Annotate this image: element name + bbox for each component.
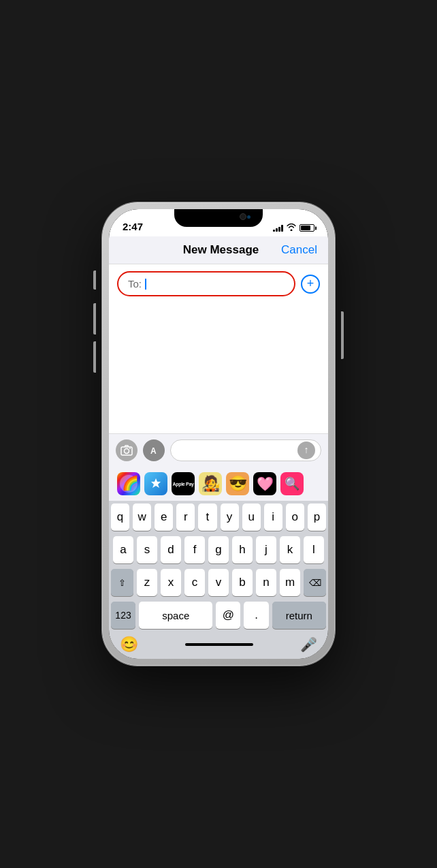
key-z[interactable]: z — [137, 569, 157, 596]
status-time: 2:47 — [123, 221, 143, 232]
phone-screen: 2:47 — [109, 209, 328, 659]
send-button[interactable]: ↑ — [297, 441, 315, 459]
return-key[interactable]: return — [272, 602, 326, 629]
message-content-area — [109, 303, 328, 433]
keyboard-row-2: a s d f g h j k l — [109, 533, 328, 566]
memoji1-icon[interactable]: 🧑‍🎤 — [199, 472, 222, 495]
svg-text:🌈: 🌈 — [122, 475, 138, 491]
to-input-wrapper[interactable]: To: — [117, 271, 295, 296]
key-i[interactable]: i — [264, 503, 282, 531]
app-drawer: 🌈 Apple Pay 🧑‍🎤 😎 🩷 🔍 — [109, 467, 328, 501]
key-a[interactable]: a — [113, 536, 133, 563]
face-id-sensor — [247, 215, 250, 219]
keyboard-bottom-row: 😊 🎤 — [109, 632, 328, 659]
svg-point-1 — [125, 449, 129, 454]
emoji-button[interactable]: 😊 — [120, 636, 138, 653]
signal-bar-2 — [276, 228, 278, 232]
key-w[interactable]: w — [133, 503, 151, 531]
numbers-key[interactable]: 123 — [111, 602, 135, 629]
svg-point-2 — [129, 448, 131, 449]
keyboard-row-1: q w e r t y u i o p — [109, 501, 328, 533]
key-n[interactable]: n — [256, 569, 276, 596]
screen-content: 2:47 — [109, 209, 328, 659]
header-title: New Message — [161, 243, 281, 257]
search-app-icon[interactable]: 🔍 — [280, 472, 304, 495]
message-input[interactable]: ↑ — [170, 439, 321, 461]
key-g[interactable]: g — [208, 536, 229, 563]
volume-down-button[interactable] — [93, 341, 96, 373]
add-recipient-button[interactable]: + — [301, 275, 320, 294]
key-m[interactable]: m — [280, 569, 300, 596]
appstore-drawer-icon[interactable] — [144, 472, 167, 495]
keyboard-row-3: ⇧ z x c v b n m ⌫ — [109, 566, 328, 599]
power-button[interactable] — [341, 311, 344, 359]
to-label: To: — [128, 278, 142, 290]
key-c[interactable]: c — [184, 569, 205, 596]
signal-icon — [273, 224, 283, 232]
key-t[interactable]: t — [198, 503, 216, 531]
phone-frame: 2:47 — [102, 202, 335, 666]
text-cursor — [145, 279, 146, 290]
key-u[interactable]: u — [242, 503, 261, 531]
signal-bar-4 — [281, 225, 283, 232]
key-k[interactable]: k — [280, 536, 300, 563]
message-header: New Message Cancel — [109, 236, 328, 264]
space-key[interactable]: space — [139, 602, 212, 629]
key-r[interactable]: r — [176, 503, 195, 531]
shift-key[interactable]: ⇧ — [111, 569, 133, 596]
key-p[interactable]: p — [308, 503, 326, 531]
imessage-toolbar: A ↑ — [109, 433, 328, 467]
app-store-toolbar-button[interactable]: A — [143, 439, 165, 461]
key-x[interactable]: x — [161, 569, 181, 596]
key-f[interactable]: f — [184, 536, 205, 563]
signal-bar-3 — [278, 227, 280, 232]
mute-button[interactable] — [93, 270, 96, 290]
camera-button[interactable] — [116, 439, 137, 461]
applepay-icon[interactable]: Apple Pay — [172, 472, 195, 495]
heart-app-icon[interactable]: 🩷 — [253, 472, 276, 495]
key-q[interactable]: q — [111, 503, 129, 531]
notch — [174, 209, 263, 227]
signal-bar-1 — [273, 230, 275, 232]
svg-text:A: A — [150, 446, 157, 456]
key-e[interactable]: e — [155, 503, 173, 531]
key-s[interactable]: s — [137, 536, 157, 563]
memoji2-icon[interactable]: 😎 — [226, 472, 249, 495]
battery-fill — [301, 226, 310, 230]
battery-icon — [300, 224, 314, 232]
key-y[interactable]: y — [221, 503, 239, 531]
keyboard-row-4: 123 space @ . return — [109, 599, 328, 632]
to-field-row: To: + — [109, 264, 328, 303]
front-camera — [240, 213, 246, 220]
key-j[interactable]: j — [256, 536, 276, 563]
backspace-key[interactable]: ⌫ — [304, 569, 326, 596]
send-arrow-icon: ↑ — [304, 445, 309, 454]
key-v[interactable]: v — [208, 569, 229, 596]
key-l[interactable]: l — [304, 536, 324, 563]
at-key[interactable]: @ — [216, 602, 240, 629]
photos-app-icon[interactable]: 🌈 — [117, 472, 140, 495]
dot-key[interactable]: . — [244, 602, 268, 629]
keyboard: q w e r t y u i o p a s d f g — [109, 501, 328, 659]
mic-button[interactable]: 🎤 — [300, 636, 317, 653]
key-o[interactable]: o — [286, 503, 304, 531]
cancel-button[interactable]: Cancel — [281, 243, 317, 257]
home-bar — [185, 643, 253, 646]
key-d[interactable]: d — [161, 536, 181, 563]
key-b[interactable]: b — [232, 569, 253, 596]
wifi-icon — [287, 223, 296, 232]
status-icons — [273, 223, 314, 232]
volume-up-button[interactable] — [93, 303, 96, 335]
key-h[interactable]: h — [232, 536, 253, 563]
